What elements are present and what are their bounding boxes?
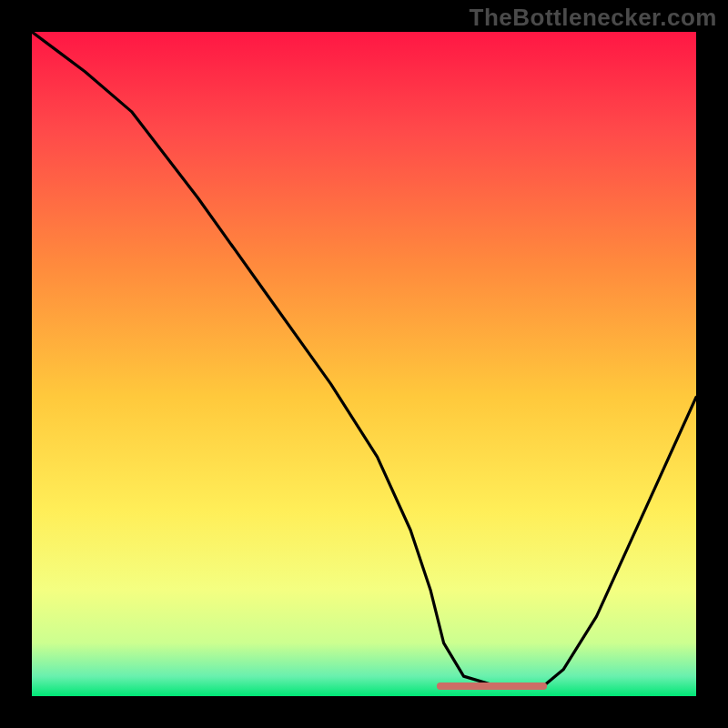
plot-area [32,32,696,696]
watermark-text: TheBottlenecker.com [470,4,717,32]
bottleneck-plot [32,32,696,696]
gradient-background [32,32,696,696]
chart-frame: TheBottlenecker.com [0,0,728,728]
